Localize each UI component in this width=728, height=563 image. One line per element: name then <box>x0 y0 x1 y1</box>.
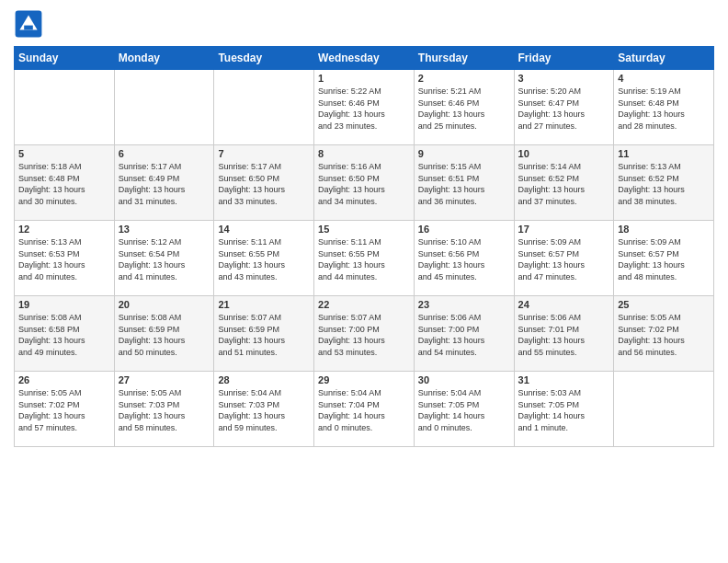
day-number: 21 <box>218 299 310 310</box>
day-info: Sunrise: 5:03 AM Sunset: 7:05 PM Dayligh… <box>518 387 610 433</box>
logo <box>14 9 47 39</box>
week-row-3: 12Sunrise: 5:13 AM Sunset: 6:53 PM Dayli… <box>15 221 714 296</box>
calendar-cell: 9Sunrise: 5:15 AM Sunset: 6:51 PM Daylig… <box>414 145 514 221</box>
day-number: 30 <box>418 374 510 385</box>
calendar-cell: 16Sunrise: 5:10 AM Sunset: 6:56 PM Dayli… <box>414 221 514 296</box>
calendar-cell: 8Sunrise: 5:16 AM Sunset: 6:50 PM Daylig… <box>314 145 415 221</box>
day-info: Sunrise: 5:21 AM Sunset: 6:46 PM Dayligh… <box>418 86 510 132</box>
day-number: 31 <box>518 374 610 385</box>
day-info: Sunrise: 5:10 AM Sunset: 6:56 PM Dayligh… <box>418 236 510 282</box>
day-number: 20 <box>119 299 210 310</box>
day-number: 25 <box>618 299 710 310</box>
calendar-cell: 14Sunrise: 5:11 AM Sunset: 6:55 PM Dayli… <box>214 221 314 296</box>
days-header-row: SundayMondayTuesdayWednesdayThursdayFrid… <box>15 47 714 70</box>
day-info: Sunrise: 5:18 AM Sunset: 6:48 PM Dayligh… <box>18 161 110 207</box>
day-number: 11 <box>618 148 710 159</box>
logo-icon <box>14 9 43 39</box>
calendar-page: SundayMondayTuesdayWednesdayThursdayFrid… <box>0 0 728 456</box>
day-header-friday: Friday <box>514 47 614 70</box>
day-number: 1 <box>318 73 410 84</box>
day-header-monday: Monday <box>114 47 214 70</box>
calendar-cell: 5Sunrise: 5:18 AM Sunset: 6:48 PM Daylig… <box>15 145 115 221</box>
day-info: Sunrise: 5:13 AM Sunset: 6:52 PM Dayligh… <box>618 161 710 207</box>
calendar-cell: 12Sunrise: 5:13 AM Sunset: 6:53 PM Dayli… <box>15 221 115 296</box>
day-info: Sunrise: 5:09 AM Sunset: 6:57 PM Dayligh… <box>618 236 710 282</box>
day-number: 14 <box>218 224 310 235</box>
day-info: Sunrise: 5:13 AM Sunset: 6:53 PM Dayligh… <box>18 236 110 282</box>
day-number: 5 <box>18 148 110 159</box>
day-info: Sunrise: 5:17 AM Sunset: 6:50 PM Dayligh… <box>218 161 310 207</box>
day-info: Sunrise: 5:05 AM Sunset: 7:03 PM Dayligh… <box>119 387 210 433</box>
calendar-cell: 13Sunrise: 5:12 AM Sunset: 6:54 PM Dayli… <box>114 221 214 296</box>
day-number: 18 <box>618 224 710 235</box>
day-number: 27 <box>119 374 210 385</box>
day-number: 28 <box>218 374 310 385</box>
calendar-cell: 23Sunrise: 5:06 AM Sunset: 7:00 PM Dayli… <box>414 296 514 372</box>
day-info: Sunrise: 5:14 AM Sunset: 6:52 PM Dayligh… <box>518 161 610 207</box>
day-number: 9 <box>418 148 510 159</box>
day-number: 12 <box>18 224 110 235</box>
calendar-header <box>14 9 714 39</box>
calendar-cell <box>614 372 714 447</box>
calendar-cell: 26Sunrise: 5:05 AM Sunset: 7:02 PM Dayli… <box>15 372 115 447</box>
day-number: 17 <box>518 224 610 235</box>
day-number: 7 <box>218 148 310 159</box>
day-number: 15 <box>318 224 410 235</box>
calendar-cell: 11Sunrise: 5:13 AM Sunset: 6:52 PM Dayli… <box>614 145 714 221</box>
calendar-cell: 18Sunrise: 5:09 AM Sunset: 6:57 PM Dayli… <box>614 221 714 296</box>
day-info: Sunrise: 5:06 AM Sunset: 7:01 PM Dayligh… <box>518 312 610 358</box>
calendar-cell: 24Sunrise: 5:06 AM Sunset: 7:01 PM Dayli… <box>514 296 614 372</box>
calendar-cell: 4Sunrise: 5:19 AM Sunset: 6:48 PM Daylig… <box>614 70 714 145</box>
day-header-sunday: Sunday <box>15 47 115 70</box>
calendar-cell: 25Sunrise: 5:05 AM Sunset: 7:02 PM Dayli… <box>614 296 714 372</box>
calendar-cell: 3Sunrise: 5:20 AM Sunset: 6:47 PM Daylig… <box>514 70 614 145</box>
day-info: Sunrise: 5:04 AM Sunset: 7:04 PM Dayligh… <box>318 387 410 433</box>
day-info: Sunrise: 5:12 AM Sunset: 6:54 PM Dayligh… <box>119 236 210 282</box>
day-header-saturday: Saturday <box>614 47 714 70</box>
calendar-cell: 21Sunrise: 5:07 AM Sunset: 6:59 PM Dayli… <box>214 296 314 372</box>
calendar-cell <box>214 70 314 145</box>
calendar-cell: 20Sunrise: 5:08 AM Sunset: 6:59 PM Dayli… <box>114 296 214 372</box>
day-info: Sunrise: 5:16 AM Sunset: 6:50 PM Dayligh… <box>318 161 410 207</box>
week-row-4: 19Sunrise: 5:08 AM Sunset: 6:58 PM Dayli… <box>15 296 714 372</box>
day-info: Sunrise: 5:11 AM Sunset: 6:55 PM Dayligh… <box>318 236 410 282</box>
day-info: Sunrise: 5:07 AM Sunset: 6:59 PM Dayligh… <box>218 312 310 358</box>
calendar-cell <box>114 70 214 145</box>
week-row-1: 1Sunrise: 5:22 AM Sunset: 6:46 PM Daylig… <box>15 70 714 145</box>
day-number: 22 <box>318 299 410 310</box>
day-number: 8 <box>318 148 410 159</box>
calendar-cell: 15Sunrise: 5:11 AM Sunset: 6:55 PM Dayli… <box>314 221 415 296</box>
calendar-cell: 17Sunrise: 5:09 AM Sunset: 6:57 PM Dayli… <box>514 221 614 296</box>
day-info: Sunrise: 5:06 AM Sunset: 7:00 PM Dayligh… <box>418 312 510 358</box>
day-info: Sunrise: 5:08 AM Sunset: 6:59 PM Dayligh… <box>119 312 210 358</box>
day-info: Sunrise: 5:08 AM Sunset: 6:58 PM Dayligh… <box>18 312 110 358</box>
day-info: Sunrise: 5:19 AM Sunset: 6:48 PM Dayligh… <box>618 86 710 132</box>
calendar-cell: 28Sunrise: 5:04 AM Sunset: 7:03 PM Dayli… <box>214 372 314 447</box>
svg-rect-2 <box>24 26 33 30</box>
day-number: 6 <box>119 148 210 159</box>
day-number: 26 <box>18 374 110 385</box>
day-number: 24 <box>518 299 610 310</box>
day-info: Sunrise: 5:05 AM Sunset: 7:02 PM Dayligh… <box>18 387 110 433</box>
day-header-thursday: Thursday <box>414 47 514 70</box>
calendar-cell: 31Sunrise: 5:03 AM Sunset: 7:05 PM Dayli… <box>514 372 614 447</box>
calendar-cell: 6Sunrise: 5:17 AM Sunset: 6:49 PM Daylig… <box>114 145 214 221</box>
day-number: 2 <box>418 73 510 84</box>
calendar-table: SundayMondayTuesdayWednesdayThursdayFrid… <box>14 46 714 447</box>
day-info: Sunrise: 5:17 AM Sunset: 6:49 PM Dayligh… <box>119 161 210 207</box>
calendar-cell: 7Sunrise: 5:17 AM Sunset: 6:50 PM Daylig… <box>214 145 314 221</box>
day-number: 3 <box>518 73 610 84</box>
day-info: Sunrise: 5:09 AM Sunset: 6:57 PM Dayligh… <box>518 236 610 282</box>
day-number: 13 <box>119 224 210 235</box>
day-info: Sunrise: 5:04 AM Sunset: 7:05 PM Dayligh… <box>418 387 510 433</box>
day-number: 16 <box>418 224 510 235</box>
week-row-5: 26Sunrise: 5:05 AM Sunset: 7:02 PM Dayli… <box>15 372 714 447</box>
day-number: 10 <box>518 148 610 159</box>
calendar-cell: 27Sunrise: 5:05 AM Sunset: 7:03 PM Dayli… <box>114 372 214 447</box>
day-info: Sunrise: 5:05 AM Sunset: 7:02 PM Dayligh… <box>618 312 710 358</box>
week-row-2: 5Sunrise: 5:18 AM Sunset: 6:48 PM Daylig… <box>15 145 714 221</box>
calendar-cell: 22Sunrise: 5:07 AM Sunset: 7:00 PM Dayli… <box>314 296 415 372</box>
calendar-cell: 2Sunrise: 5:21 AM Sunset: 6:46 PM Daylig… <box>414 70 514 145</box>
day-info: Sunrise: 5:15 AM Sunset: 6:51 PM Dayligh… <box>418 161 510 207</box>
calendar-cell <box>15 70 115 145</box>
